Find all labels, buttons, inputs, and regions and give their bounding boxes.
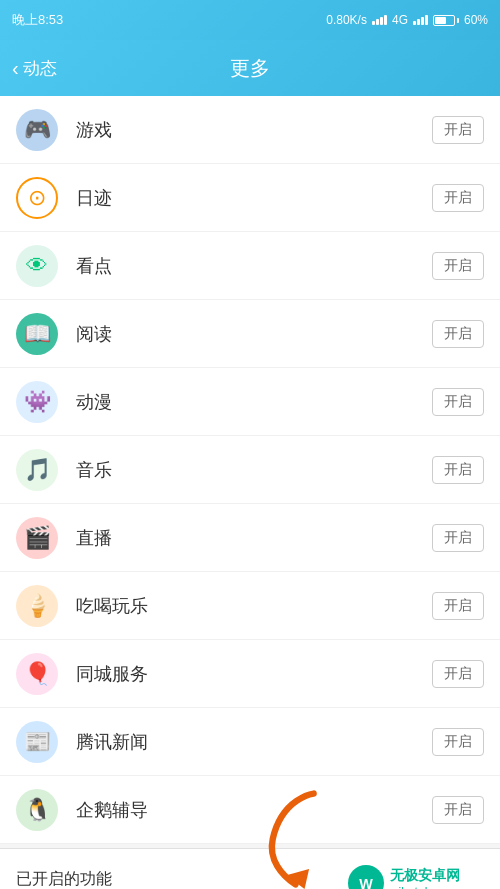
item-label-read: 阅读 <box>76 322 432 346</box>
signal-bar <box>421 17 424 25</box>
news-icon: 📰 <box>16 721 58 763</box>
status-time: 晚上8:53 <box>12 11 63 29</box>
local-icon: 🎈 <box>16 653 58 695</box>
menu-item-local: 🎈 同城服务 开启 <box>0 640 500 708</box>
back-button[interactable]: ‹ 动态 <box>12 57 57 80</box>
signal-bar <box>417 19 420 25</box>
anime-icon: 👾 <box>16 381 58 423</box>
signal-bar <box>384 15 387 25</box>
battery-fill <box>435 17 446 24</box>
item-label-game: 游戏 <box>76 118 432 142</box>
signal-bar <box>376 19 379 25</box>
diary-icon: ⊙ <box>16 177 58 219</box>
toggle-read[interactable]: 开启 <box>432 320 484 348</box>
toggle-live[interactable]: 开启 <box>432 524 484 552</box>
penguin-icon: 🐧 <box>16 789 58 831</box>
menu-item-anime: 👾 动漫 开启 <box>0 368 500 436</box>
item-label-anime: 动漫 <box>76 390 432 414</box>
toggle-anime[interactable]: 开启 <box>432 388 484 416</box>
status-network: 4G <box>392 13 408 27</box>
item-label-music: 音乐 <box>76 458 432 482</box>
read-icon: 📖 <box>16 313 58 355</box>
navigation-bar: ‹ 动态 更多 <box>0 40 500 96</box>
live-icon: 🎬 <box>16 517 58 559</box>
item-label-news: 腾讯新闻 <box>76 730 432 754</box>
kankan-icon: 👁 <box>16 245 58 287</box>
item-label-live: 直播 <box>76 526 432 550</box>
toggle-kankan[interactable]: 开启 <box>432 252 484 280</box>
signal-bar <box>425 15 428 25</box>
status-right: 0.80K/s 4G 60% <box>326 13 488 27</box>
menu-item-food: 🍦 吃喝玩乐 开启 <box>0 572 500 640</box>
menu-item-penguin: 🐧 企鹅辅导 开启 <box>0 776 500 844</box>
menu-item-live: 🎬 直播 开启 <box>0 504 500 572</box>
item-label-food: 吃喝玩乐 <box>76 594 432 618</box>
watermark-logo-icon: W <box>348 865 384 889</box>
watermark-text: 无极安卓网 wjhotelgroup.com <box>390 867 484 889</box>
toggle-penguin[interactable]: 开启 <box>432 796 484 824</box>
status-bar: 晚上8:53 0.80K/s 4G 60% <box>0 0 500 40</box>
svg-text:W: W <box>359 876 373 889</box>
watermark-line2: wjhotelgroup.com <box>390 885 484 889</box>
menu-item-music: 🎵 音乐 开启 <box>0 436 500 504</box>
item-label-penguin: 企鹅辅导 <box>76 798 432 822</box>
game-icon: 🎮 <box>16 109 58 151</box>
toggle-food[interactable]: 开启 <box>432 592 484 620</box>
status-speed: 0.80K/s <box>326 13 367 27</box>
back-label: 动态 <box>23 57 57 80</box>
annotation-arrow <box>260 789 340 889</box>
toggle-diary[interactable]: 开启 <box>432 184 484 212</box>
signal-bar <box>413 21 416 25</box>
status-battery: 60% <box>464 13 488 27</box>
food-icon: 🍦 <box>16 585 58 627</box>
menu-item-diary: ⊙ 日迹 开启 <box>0 164 500 232</box>
item-label-diary: 日迹 <box>76 186 432 210</box>
signal-bar <box>372 21 375 25</box>
signal-bars-1 <box>372 15 387 25</box>
menu-item-kankan: 👁 看点 开启 <box>0 232 500 300</box>
menu-item-game: 🎮 游戏 开启 <box>0 96 500 164</box>
toggle-game[interactable]: 开启 <box>432 116 484 144</box>
menu-item-read: 📖 阅读 开启 <box>0 300 500 368</box>
signal-bar <box>380 17 383 25</box>
menu-item-news: 📰 腾讯新闻 开启 <box>0 708 500 776</box>
watermark: W 无极安卓网 wjhotelgroup.com <box>348 865 484 889</box>
page-title: 更多 <box>230 55 270 82</box>
toggle-news[interactable]: 开启 <box>432 728 484 756</box>
watermark-line1: 无极安卓网 <box>390 867 484 885</box>
back-arrow-icon: ‹ <box>12 58 19 78</box>
menu-list: 🎮 游戏 开启 ⊙ 日迹 开启 👁 看点 开启 📖 阅读 开启 👾 <box>0 96 500 844</box>
battery-tip <box>457 18 459 23</box>
item-label-kankan: 看点 <box>76 254 432 278</box>
footer-text: 已开启的功能 <box>16 865 112 889</box>
signal-bars-2 <box>413 15 428 25</box>
battery <box>433 15 459 26</box>
toggle-local[interactable]: 开启 <box>432 660 484 688</box>
battery-body <box>433 15 455 26</box>
toggle-music[interactable]: 开启 <box>432 456 484 484</box>
item-label-local: 同城服务 <box>76 662 432 686</box>
music-icon: 🎵 <box>16 449 58 491</box>
footer: 已开启的功能 W 无极安卓网 wjhotelgroup.com <box>0 848 500 889</box>
